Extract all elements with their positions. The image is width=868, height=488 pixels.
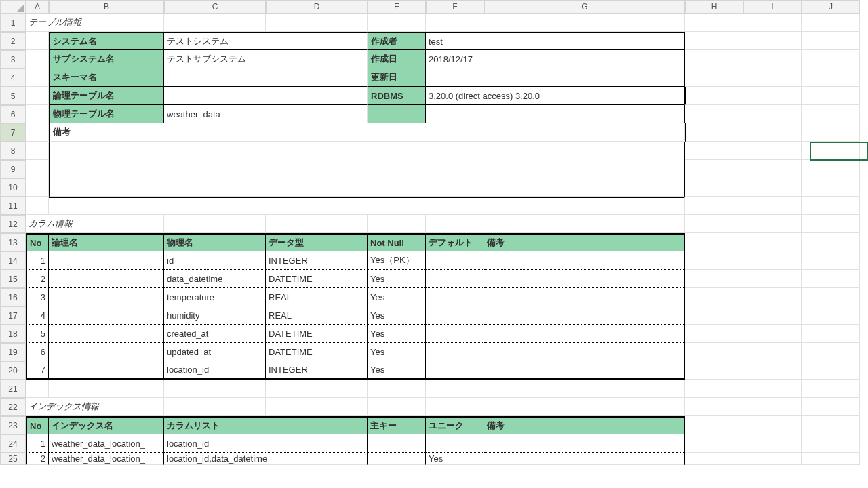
- section-title-table-info[interactable]: テーブル情報: [26, 14, 164, 32]
- table-row[interactable]: 3: [26, 288, 49, 306]
- label-logical-table[interactable]: 論理テーブル名: [49, 87, 164, 105]
- row-header-20[interactable]: 20: [0, 361, 26, 380]
- row-header-6[interactable]: 6: [0, 105, 26, 123]
- idx-hdr-no[interactable]: No: [26, 416, 49, 434]
- row-header-1[interactable]: 1: [0, 14, 26, 32]
- label-remarks[interactable]: 備考: [49, 123, 685, 142]
- row-header-18[interactable]: 18: [0, 325, 26, 343]
- value-system-name[interactable]: テストシステム: [164, 32, 368, 50]
- col-header-C[interactable]: C: [164, 0, 266, 14]
- row-header-10[interactable]: 10: [0, 178, 26, 197]
- row-header-17[interactable]: 17: [0, 306, 26, 325]
- col-header-D[interactable]: D: [266, 0, 368, 14]
- value-logical-table[interactable]: [164, 87, 368, 105]
- idx-hdr-name[interactable]: インデックス名: [49, 416, 164, 434]
- value-created-date[interactable]: 2018/12/17: [426, 50, 484, 68]
- row-header-14[interactable]: 14: [0, 251, 26, 270]
- col-header-A[interactable]: A: [26, 0, 49, 14]
- table-row[interactable]: 5: [26, 325, 49, 343]
- col-hdr-logical[interactable]: 論理名: [49, 233, 164, 251]
- col-header-F[interactable]: F: [426, 0, 484, 14]
- col-header-E[interactable]: E: [368, 0, 426, 14]
- col-header-J[interactable]: J: [802, 0, 860, 14]
- col-header-H[interactable]: H: [685, 0, 743, 14]
- row-header-25[interactable]: 25: [0, 453, 26, 465]
- row-header-16[interactable]: 16: [0, 288, 26, 306]
- idx-hdr-columns[interactable]: カラムリスト: [164, 416, 368, 434]
- row-header-21[interactable]: 21: [0, 380, 26, 398]
- table-row[interactable]: 4: [26, 306, 49, 325]
- row-header-7[interactable]: 7: [0, 123, 26, 142]
- label-rdbms[interactable]: RDBMS: [368, 87, 426, 105]
- row-header-23[interactable]: 23: [0, 416, 26, 434]
- col-hdr-notnull[interactable]: Not Null: [368, 233, 426, 251]
- section-title-index-info[interactable]: インデックス情報: [26, 398, 164, 416]
- label-updated-date[interactable]: 更新日: [368, 68, 426, 87]
- idx-hdr-pk[interactable]: 主キー: [368, 416, 426, 434]
- value-remarks[interactable]: [49, 142, 685, 197]
- row-header-5[interactable]: 5: [0, 87, 26, 105]
- value-updated-date[interactable]: [426, 68, 484, 87]
- col-header-G[interactable]: G: [484, 0, 685, 14]
- row-header-13[interactable]: 13: [0, 233, 26, 251]
- label-creator[interactable]: 作成者: [368, 32, 426, 50]
- value-rdbms[interactable]: 3.20.0 (direct access) 3.20.0: [426, 87, 685, 105]
- row-header-9[interactable]: 9: [0, 160, 26, 178]
- value-schema-name[interactable]: [164, 68, 368, 87]
- value-subsystem-name[interactable]: テストサブシステム: [164, 50, 368, 68]
- col-hdr-physical[interactable]: 物理名: [164, 233, 266, 251]
- idx-hdr-unique[interactable]: ユニーク: [426, 416, 484, 434]
- spreadsheet-grid[interactable]: A B C D E F G H I J 1 テーブル情報 2 システム名 テスト…: [0, 0, 868, 465]
- table-row[interactable]: 1: [26, 434, 49, 453]
- row-header-8[interactable]: 8: [0, 142, 26, 160]
- table-row[interactable]: 7: [26, 361, 49, 380]
- row-header-22[interactable]: 22: [0, 398, 26, 416]
- label-schema-name[interactable]: スキーマ名: [49, 68, 164, 87]
- table-row[interactable]: 2: [26, 270, 49, 288]
- select-all-corner[interactable]: [0, 0, 26, 14]
- value-physical-table[interactable]: weather_data: [164, 105, 368, 123]
- row-header-15[interactable]: 15: [0, 270, 26, 288]
- table-row[interactable]: 2: [26, 453, 49, 465]
- col-header-B[interactable]: B: [49, 0, 164, 14]
- table-row[interactable]: 6: [26, 343, 49, 361]
- value-creator[interactable]: test: [426, 32, 484, 50]
- row-header-4[interactable]: 4: [0, 68, 26, 87]
- row-header-3[interactable]: 3: [0, 50, 26, 68]
- col-header-I[interactable]: I: [743, 0, 802, 14]
- table-row[interactable]: 1: [26, 251, 49, 270]
- label-subsystem-name[interactable]: サブシステム名: [49, 50, 164, 68]
- row-header-12[interactable]: 12: [0, 215, 26, 233]
- section-title-column-info[interactable]: カラム情報: [26, 215, 164, 233]
- row-header-2[interactable]: 2: [0, 32, 26, 50]
- label-physical-table[interactable]: 物理テーブル名: [49, 105, 164, 123]
- col-hdr-default[interactable]: デフォルト: [426, 233, 484, 251]
- col-hdr-no[interactable]: No: [26, 233, 49, 251]
- col-hdr-datatype[interactable]: データ型: [266, 233, 368, 251]
- idx-hdr-remarks[interactable]: 備考: [484, 416, 685, 434]
- row-header-24[interactable]: 24: [0, 434, 26, 453]
- label-system-name[interactable]: システム名: [49, 32, 164, 50]
- col-hdr-remarks[interactable]: 備考: [484, 233, 685, 251]
- row-header-11[interactable]: 11: [0, 197, 26, 215]
- label-created-date[interactable]: 作成日: [368, 50, 426, 68]
- row-header-19[interactable]: 19: [0, 343, 26, 361]
